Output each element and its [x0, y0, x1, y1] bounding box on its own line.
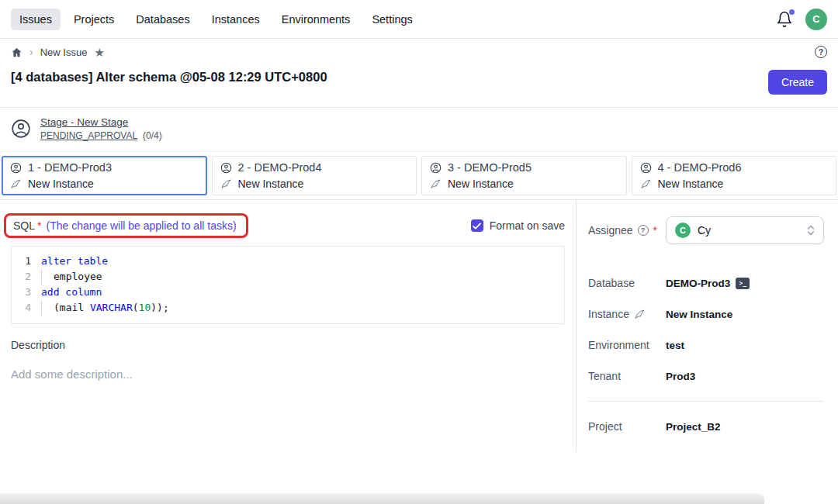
nav-item-settings[interactable]: Settings — [363, 9, 421, 30]
user-circle-icon — [430, 162, 442, 174]
required-asterisk: * — [653, 224, 657, 236]
format-on-save-toggle[interactable]: Format on save — [471, 219, 565, 232]
task-card-row: 1 - DEMO-Prod3 New Instance 2 - DEMO-Pro… — [0, 151, 838, 200]
create-button[interactable]: Create — [768, 70, 827, 95]
code-line-3: 3 add column — [12, 285, 564, 300]
required-asterisk: * — [37, 219, 41, 232]
notification-dot — [789, 9, 795, 15]
assignee-select[interactable]: C Cy — [666, 216, 824, 244]
environment-value: test — [666, 340, 684, 351]
user-circle-icon — [220, 162, 232, 174]
bookmark-star-icon[interactable]: ★ — [94, 47, 104, 58]
assignee-avatar: C — [675, 223, 691, 238]
nav-item-instances[interactable]: Instances — [203, 9, 268, 30]
stage-texts: Stage - New Stage PENDING_APPROVAL (0/4) — [40, 116, 162, 141]
assignee-value: Cy — [698, 224, 711, 236]
code-line-4: 4 (mail VARCHAR(10)); — [12, 300, 564, 316]
breadcrumb-current-page: New Issue — [40, 47, 88, 58]
sidebar-divider — [588, 401, 824, 402]
environment-row: Environment test — [588, 339, 824, 351]
user-circle-icon — [10, 162, 22, 174]
help-icon[interactable]: ? — [815, 46, 827, 58]
code-line-1: 1 alter table — [12, 254, 564, 269]
nav-item-issues[interactable]: Issues — [11, 9, 61, 30]
tenant-value: Prod3 — [666, 371, 695, 382]
format-on-save-checkbox[interactable] — [471, 219, 483, 232]
database-row: Database DEMO-Prod3 >_ — [588, 277, 824, 289]
nav-item-projects[interactable]: Projects — [65, 9, 123, 30]
line-number: 2 — [12, 269, 41, 285]
assignee-label-group: Assignee ? * — [588, 224, 666, 236]
sql-pane: SQL* (The change will be applied to all … — [0, 200, 576, 452]
sql-editor-terminal-icon[interactable]: >_ — [736, 278, 750, 289]
instance-label: Instance — [588, 308, 629, 320]
mysql-dolphin-icon — [634, 309, 646, 320]
line-number: 4 — [12, 300, 41, 316]
mysql-dolphin-icon — [430, 178, 442, 190]
database-value: DEMO-Prod3 — [666, 278, 730, 289]
assignee-label: Assignee — [588, 224, 633, 236]
line-number: 3 — [12, 285, 41, 300]
nav-item-databases[interactable]: Databases — [127, 9, 198, 30]
mysql-dolphin-icon — [10, 178, 22, 190]
home-icon[interactable] — [11, 47, 23, 58]
project-row: Project Project_B2 — [588, 420, 824, 433]
description-input[interactable]: Add some description... — [11, 368, 565, 381]
bottom-window-edge — [0, 494, 764, 504]
content-area: SQL* (The change will be applied to all … — [0, 200, 838, 452]
task-card-demo-prod5[interactable]: 3 - DEMO-Prod5 New Instance — [421, 156, 627, 195]
topnav-right: C — [776, 9, 827, 30]
nav-item-environments[interactable]: Environments — [273, 9, 359, 30]
mysql-dolphin-icon — [220, 178, 232, 190]
chevron-up-down-icon — [807, 225, 815, 236]
instance-value: New Instance — [666, 309, 732, 320]
stage-section: Stage - New Stage PENDING_APPROVAL (0/4) — [0, 107, 838, 151]
task-title: 4 - DEMO-Prod6 — [658, 161, 742, 174]
stage-name-link[interactable]: Stage - New Stage — [40, 116, 162, 128]
sql-label: SQL — [13, 219, 35, 232]
task-card-demo-prod3[interactable]: 1 - DEMO-Prod3 New Instance — [2, 156, 207, 195]
task-card-demo-prod4[interactable]: 2 - DEMO-Prod4 New Instance — [212, 156, 417, 195]
user-avatar[interactable]: C — [805, 9, 827, 30]
assignee-row: Assignee ? * C Cy — [588, 216, 824, 244]
sql-label-annotation-box: SQL* (The change will be applied to all … — [4, 213, 248, 238]
stage-task-count: (0/4) — [143, 130, 162, 141]
task-instance-name: New Instance — [28, 178, 94, 190]
environment-label: Environment — [588, 339, 666, 351]
stage-status-link[interactable]: PENDING_APPROVAL — [40, 130, 137, 141]
task-title: 2 - DEMO-Prod4 — [238, 161, 322, 174]
task-instance-name: New Instance — [448, 178, 514, 190]
code-line-2: 2 employee — [12, 269, 564, 285]
page-title: [4 databases] Alter schema @05-08 12:29 … — [11, 70, 327, 85]
project-value: Project_B2 — [666, 421, 721, 433]
database-label: Database — [588, 277, 666, 289]
project-label: Project — [588, 420, 666, 433]
tenant-row: Tenant Prod3 — [588, 370, 824, 382]
mysql-dolphin-icon — [640, 178, 652, 190]
task-title: 1 - DEMO-Prod3 — [28, 161, 112, 174]
breadcrumb: › New Issue ★ ? — [0, 39, 838, 65]
user-circle-icon — [11, 119, 31, 139]
task-title: 3 - DEMO-Prod5 — [448, 161, 532, 174]
description-label: Description — [11, 339, 565, 351]
sql-code-editor[interactable]: 1 alter table 2 employee 3 add column 4 … — [11, 246, 565, 324]
stage-status-line: PENDING_APPROVAL (0/4) — [40, 130, 162, 141]
format-on-save-label: Format on save — [490, 219, 565, 232]
line-number: 1 — [12, 254, 41, 269]
assignee-help-icon[interactable]: ? — [638, 225, 649, 236]
top-navigation: Issues Projects Databases Instances Envi… — [0, 0, 838, 39]
title-bar: [4 databases] Alter schema @05-08 12:29 … — [0, 65, 838, 107]
notifications-bell-icon[interactable] — [776, 11, 793, 28]
sql-note: (The change will be applied to all tasks… — [46, 219, 236, 232]
breadcrumb-separator: › — [29, 46, 33, 58]
user-circle-icon — [640, 162, 652, 174]
task-instance-name: New Instance — [658, 178, 724, 190]
issue-sidebar: Assignee ? * C Cy Database DEMO-Prod3 >_… — [576, 200, 838, 452]
task-instance-name: New Instance — [238, 178, 304, 190]
task-card-demo-prod6[interactable]: 4 - DEMO-Prod6 New Instance — [632, 156, 837, 195]
instance-row: Instance New Instance — [588, 308, 824, 320]
tenant-label: Tenant — [588, 370, 666, 382]
